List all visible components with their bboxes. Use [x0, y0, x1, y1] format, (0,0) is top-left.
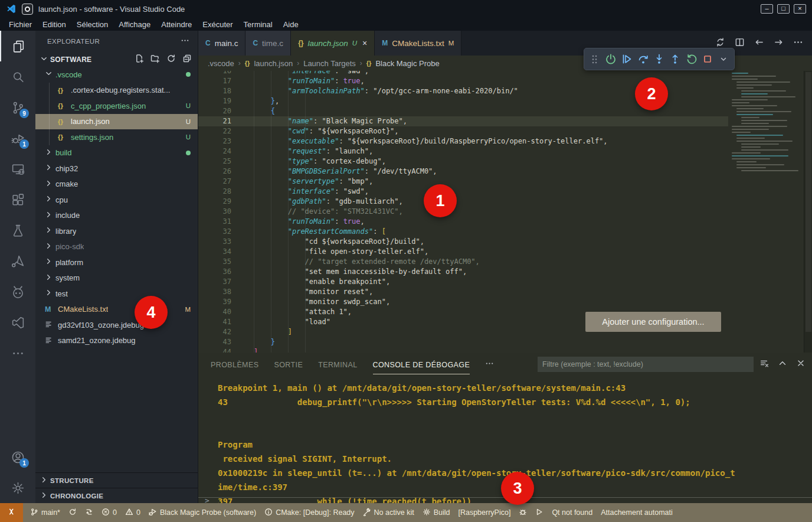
status-git-branch[interactable]: main*	[26, 503, 64, 522]
tab-time.c[interactable]: Ctime.c	[245, 31, 291, 56]
code-line-36[interactable]: 36 "set mem inaccessible-by-default off"…	[198, 267, 728, 277]
clear-console-icon[interactable]	[759, 358, 769, 370]
code-line-29[interactable]: 29 "gdbPath": "gdb-multiarch",	[198, 197, 728, 207]
status-errors[interactable]: 0	[97, 503, 121, 522]
tree-item-launch.json[interactable]: {}launch.jsonU	[35, 114, 198, 130]
tree-item-cmake[interactable]: cmake	[35, 177, 198, 193]
chevron-small-icon[interactable]	[718, 52, 730, 66]
tree-item-c_cpp_properties.json[interactable]: {}c_cpp_properties.jsonU	[35, 98, 198, 114]
status-auto-attach[interactable]: Attachement automati	[597, 503, 677, 522]
code-line-38[interactable]: 38 "monitor reset",	[198, 287, 728, 297]
activitybar-run-and-debug[interactable]: 1	[0, 123, 35, 154]
status-remote[interactable]	[0, 503, 23, 522]
minimap[interactable]	[728, 73, 800, 191]
tree-item-.cortex-debug.registers.stat...[interactable]: {}.cortex-debug.registers.stat...	[35, 83, 198, 99]
activitybar-more-views[interactable]	[0, 338, 35, 368]
activitybar-cmake[interactable]	[0, 246, 35, 276]
continue-icon[interactable]	[621, 52, 633, 66]
panel-tab-terminal[interactable]: TERMINAL	[318, 355, 357, 374]
activitybar-explorer[interactable]	[0, 31, 35, 61]
tree-item-test[interactable]: test	[35, 286, 198, 302]
split-editor-icon[interactable]	[735, 37, 745, 50]
code-line-25[interactable]: 25 "type": "cortex-debug",	[198, 156, 728, 167]
tree-item-pico-sdk[interactable]: pico-sdk	[35, 239, 198, 255]
code-line-44[interactable]: 44 ]	[198, 347, 728, 353]
restart-icon[interactable]	[685, 52, 698, 66]
code-line-31[interactable]: 31 "runToMain": true,	[198, 217, 728, 227]
activitybar-testing[interactable]	[0, 215, 35, 246]
status-active-kit[interactable]: No active kit	[359, 503, 418, 522]
explorer-more-icon[interactable]	[181, 36, 189, 47]
arrow-left-icon[interactable]	[754, 37, 764, 50]
menu-edition[interactable]: Edition	[37, 20, 71, 29]
close-button[interactable]: ×	[794, 4, 806, 14]
tab-launch.json[interactable]: {}launch.jsonU×	[291, 31, 375, 56]
editor-scrollbar[interactable]	[804, 71, 812, 353]
tree-item-settings.json[interactable]: {}settings.jsonU	[35, 129, 198, 145]
add-configuration-button[interactable]: Ajouter une configuration...	[585, 312, 721, 332]
code-line-26[interactable]: 26 "BMPGDBSerialPort": "/dev/ttyACM0",	[198, 167, 728, 177]
menu-affichage[interactable]: Affichage	[113, 20, 156, 29]
activitybar-platformio[interactable]	[0, 276, 35, 307]
status-debug-config[interactable]: Black Magic Probe (software)	[145, 503, 260, 522]
section-software[interactable]: SOFTWARE	[35, 52, 198, 67]
activitybar-account[interactable]: 1	[0, 442, 35, 472]
code-line-28[interactable]: 28 "interface": "swd",	[198, 187, 728, 197]
close-panel-icon[interactable]	[796, 358, 806, 370]
code-line-35[interactable]: 35 // "target extended-remote /dev/ttyAC…	[198, 257, 728, 267]
activitybar-source-control[interactable]: 9	[0, 92, 35, 123]
refresh-icon[interactable]	[166, 54, 176, 65]
status-compare[interactable]	[81, 503, 97, 522]
arrow-right-icon[interactable]	[774, 37, 784, 50]
breadcrumb-item[interactable]: launch.json	[254, 59, 293, 68]
tab-main.c[interactable]: Cmain.c	[198, 31, 245, 56]
section-structure[interactable]: STRUCTURE	[35, 472, 198, 488]
new-folder-icon[interactable]	[150, 54, 160, 65]
breadcrumb-item[interactable]: Black Magic Probe	[375, 59, 439, 68]
panel-tab-console-de-débogage[interactable]: CONSOLE DE DÉBOGAGE	[373, 355, 470, 374]
close-tab-icon[interactable]: ×	[362, 38, 367, 48]
minimize-button[interactable]: –	[761, 4, 773, 14]
stop-icon[interactable]	[701, 52, 713, 66]
code-line-22[interactable]: 22 "cwd": "${workspaceRoot}",	[198, 126, 728, 136]
tree-item-include[interactable]: include	[35, 208, 198, 224]
activitybar-settings[interactable]	[0, 472, 35, 503]
activitybar-search[interactable]	[0, 61, 35, 92]
debug-filter-input[interactable]	[538, 357, 754, 372]
menu-exécuter[interactable]: Exécuter	[197, 20, 238, 29]
tree-item-library[interactable]: library	[35, 223, 198, 239]
panel-tab-sortie[interactable]: SORTIE	[274, 355, 303, 374]
code-line-34[interactable]: 34 "file open-story-teller.elf",	[198, 247, 728, 257]
code-line-30[interactable]: 30 // "device": "STM32L431VC",	[198, 207, 728, 217]
tree-item-system[interactable]: system	[35, 270, 198, 286]
status-sync[interactable]	[64, 503, 81, 522]
section-chronologie[interactable]: CHRONOLOGIE	[35, 488, 198, 503]
status-target[interactable]: [RaspberryPico]	[454, 503, 515, 522]
activitybar-visual-studio[interactable]	[0, 307, 35, 338]
code-line-24[interactable]: 24 "request": "launch",	[198, 146, 728, 156]
code-line-23[interactable]: 23 "executable": "${workspaceRoot}/build…	[198, 136, 728, 146]
code-line-27[interactable]: 27 "servertype": "bmp",	[198, 177, 728, 187]
status-warnings[interactable]: 0	[121, 503, 145, 522]
tab-CMakeLists.txt[interactable]: MCMakeLists.txtM	[375, 31, 461, 56]
step-over-icon[interactable]	[637, 52, 649, 66]
breadcrumb-item[interactable]: Launch Targets	[303, 59, 356, 68]
code-line-33[interactable]: 33 "cd ${workspaceRoot}/build",	[198, 237, 728, 247]
menu-fichier[interactable]: Fichier	[4, 20, 37, 29]
new-file-icon[interactable]	[135, 54, 144, 65]
status-qt-status[interactable]: Qt not found	[548, 503, 597, 522]
activitybar-extensions[interactable]	[0, 184, 35, 215]
menu-atteindre[interactable]: Atteindre	[156, 20, 197, 29]
tree-item-samd21_ozone.jdebug[interactable]: samd21_ozone.jdebug	[35, 333, 198, 349]
collapse-all-icon[interactable]	[182, 54, 192, 65]
activitybar-remote-explorer[interactable]	[0, 154, 35, 184]
status-cmake-status[interactable]: CMake: [Debug]: Ready	[260, 503, 358, 522]
tree-item-CMakeLists.txt[interactable]: MCMakeLists.txtM	[35, 302, 198, 318]
menu-terminal[interactable]: Terminal	[238, 20, 278, 29]
code-line-16[interactable]: 16 "interface": "swd",	[198, 71, 728, 76]
menu-sélection[interactable]: Sélection	[71, 20, 113, 29]
tree-item-chip32[interactable]: chip32	[35, 161, 198, 177]
scrollbar-thumb[interactable]	[806, 72, 811, 332]
status-build[interactable]: Build	[418, 503, 454, 522]
tree-item-gd32vf103_ozone.jdebug[interactable]: gd32vf103_ozone.jdebug	[35, 317, 198, 333]
